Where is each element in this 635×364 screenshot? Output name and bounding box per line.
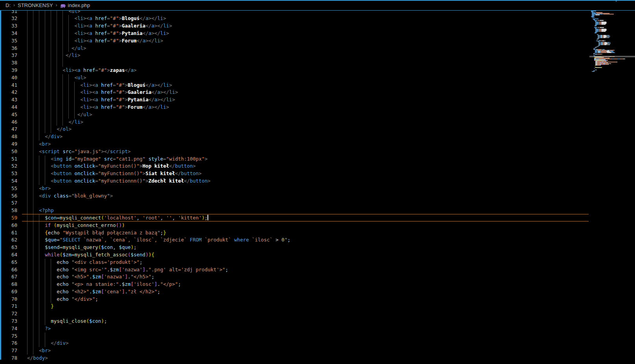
gutter-line-number: 73 — [0, 318, 17, 325]
gutter-line-number: 70 — [0, 296, 17, 303]
gutter-line-number: 35 — [0, 37, 17, 45]
indent-guide — [27, 59, 28, 67]
code-line[interactable]: 69 echo "<h2>".$zm['cena']."zł </h2>"; — [0, 288, 635, 296]
code-text: </ul> — [21, 111, 92, 119]
breadcrumb-folder[interactable]: STRONKENSY — [18, 2, 53, 8]
gutter-line-number: 56 — [0, 192, 17, 200]
gutter-line-number: 51 — [0, 155, 17, 163]
gutter-line-number: 52 — [0, 163, 17, 170]
breadcrumb-drive[interactable]: D: — [6, 2, 11, 8]
code-text: $send=mysqli_query($con, $que); — [21, 244, 137, 251]
code-text: echo "<div class='produkt'>"; — [21, 259, 143, 266]
code-line[interactable]: 74 ?> — [0, 325, 635, 333]
gutter-line-number: 41 — [0, 82, 17, 89]
code-text: $que="SELECT `nazwa`, `cena`, `ilosc`, `… — [21, 236, 290, 244]
code-text: <button onclick="myFunction()">Hop kiteł… — [21, 163, 196, 170]
gutter-line-number: 69 — [0, 288, 17, 296]
code-line[interactable]: 38 — [0, 59, 635, 67]
code-line[interactable]: 58 <?php — [0, 207, 635, 214]
code-line[interactable]: 56 <div class="blok_glowny"> — [0, 192, 635, 200]
vscode-editor-window: D: › STRONKENSY › index.php 31 <ul>32 <l… — [0, 0, 635, 364]
code-line[interactable]: 61 {echo "Wystąpił błąd połączenia z baz… — [0, 229, 635, 237]
code-line[interactable]: 59 $con=mysqli_connect('localhost', 'roo… — [0, 214, 635, 222]
code-line[interactable]: 48 </div> — [0, 133, 635, 141]
code-line[interactable]: 57 — [0, 199, 635, 207]
code-line[interactable]: 65 echo "<div class='produkt'>"; — [0, 259, 635, 266]
indent-guide — [39, 59, 39, 67]
gutter-line-number: 62 — [0, 236, 17, 244]
code-line[interactable]: 33 <li><a href="#">Gaaleria</a></li> — [0, 22, 635, 30]
code-text: echo "</div>"; — [21, 296, 98, 303]
gutter-line-number: 58 — [0, 207, 17, 214]
code-text: <li><a href="#">zapas</a> — [21, 67, 137, 74]
minimap-viewport-highlight — [589, 56, 635, 58]
code-text: echo "<h5>".$zm['nazwa']."</h5>"; — [21, 273, 154, 281]
code-text: </div> — [21, 133, 62, 141]
code-line[interactable]: 78 </body> — [0, 355, 635, 362]
code-line[interactable]: 47 </ol> — [0, 126, 635, 133]
code-text: } — [21, 303, 54, 310]
code-line[interactable]: 45 </ul> — [0, 111, 635, 119]
gutter-line-number: 36 — [0, 45, 17, 52]
code-line[interactable]: 76 </div> — [0, 340, 635, 347]
code-line[interactable]: 66 echo "<img src='".$zm['nazwa'].".png'… — [0, 266, 635, 274]
code-line[interactable]: 52 <button onclick="myFunction()">Hop ki… — [0, 163, 635, 170]
code-line[interactable]: 39 <li><a href="#">zapas</a> — [0, 67, 635, 74]
code-line[interactable]: 53 <button onclick="myFunctionn()">Siat … — [0, 170, 635, 177]
code-text: ?> — [21, 325, 51, 333]
code-text: <li><a href="#">Forum</a></li> — [21, 37, 163, 45]
indent-guide — [45, 333, 45, 340]
minimap[interactable] — [589, 11, 635, 246]
code-line[interactable]: 62 $que="SELECT `nazwa`, `cena`, `ilosc`… — [0, 236, 635, 244]
code-line[interactable]: 41 <li><a href="#">Bloguś</a></li> — [0, 82, 635, 89]
breadcrumb-file[interactable]: index.php — [68, 2, 90, 8]
gutter-line-number: 38 — [0, 59, 17, 67]
indent-guide — [45, 59, 45, 67]
code-text: <div class="blok_glowny"> — [21, 192, 113, 200]
code-line[interactable]: 63 $send=mysqli_query($con, $que); — [0, 244, 635, 251]
code-text: </li> — [21, 119, 83, 126]
gutter-line-number: 77 — [0, 347, 17, 355]
code-text: <script src="java.js"></script> — [21, 148, 130, 155]
code-text: $con=mysqli_connect('localhost', 'root',… — [21, 214, 208, 222]
gutter-line-number: 47 — [0, 126, 17, 133]
indent-guide — [27, 199, 28, 207]
breadcrumb-bar: D: › STRONKENSY › index.php — [0, 0, 635, 10]
code-line[interactable]: 49 <br> — [0, 141, 635, 148]
code-line[interactable]: 44 <li><a href="#">Forum</a></li> — [0, 104, 635, 111]
code-line[interactable]: 60 if (mysqli_connect_errno()) — [0, 222, 635, 229]
code-line[interactable]: 40 <ul> — [0, 74, 635, 82]
code-line[interactable]: 43 <li><a href="#">Pytania</a></li> — [0, 96, 635, 104]
code-line[interactable]: 73 mysqli_close($con); — [0, 318, 635, 325]
code-line[interactable]: 68 echo "<p> na stanie:".$zm['ilosc']."<… — [0, 281, 635, 288]
code-line[interactable]: 35 <li><a href="#">Forum</a></li> — [0, 37, 635, 45]
code-line[interactable]: 50 <script src="java.js"></script> — [0, 148, 635, 155]
gutter-line-number: 42 — [0, 89, 17, 96]
code-text: </div> — [21, 340, 68, 347]
code-line[interactable]: 51 <img id="myImage" src="cat1.png" styl… — [0, 155, 635, 163]
code-line[interactable]: 55 <br> — [0, 185, 635, 192]
code-line[interactable]: 67 echo "<h5>".$zm['nazwa']."</h5>"; — [0, 273, 635, 281]
top-right-accent-tick — [616, 0, 617, 2]
code-line[interactable]: 36 </ul> — [0, 45, 635, 52]
code-text: </body> — [21, 355, 48, 362]
code-line[interactable]: 75 — [0, 333, 635, 340]
code-line[interactable]: 64 while($zm=mysqli_fetch_assoc($send)){ — [0, 251, 635, 259]
code-lines: 31 <ul>32 <li><a href="#">Bloguś</a></li… — [0, 11, 635, 362]
code-line[interactable]: 72 — [0, 310, 635, 318]
gutter-line-number: 45 — [0, 111, 17, 119]
code-line[interactable]: 34 <li><a href="#">Pytania</a></li> — [0, 30, 635, 37]
code-line[interactable]: 70 echo "</div>"; — [0, 296, 635, 303]
code-line[interactable]: 42 <li><a href="#">Gaaleria</a></li> — [0, 89, 635, 96]
editor[interactable]: 31 <ul>32 <li><a href="#">Bloguś</a></li… — [0, 11, 635, 362]
code-line[interactable]: 46 </li> — [0, 119, 635, 126]
code-text: <br> — [21, 141, 51, 148]
code-text: echo "<h2>".$zm['cena']."zł </h2>"; — [21, 288, 160, 296]
code-line[interactable]: 54 <button onclick="myFunctionnn()">Zdec… — [0, 177, 635, 185]
code-text: <li><a href="#">Forum</a></li> — [21, 104, 169, 111]
code-line[interactable]: 31 <ul> — [0, 11, 635, 15]
code-line[interactable]: 71 } — [0, 303, 635, 310]
code-line[interactable]: 32 <li><a href="#">Bloguś</a></li> — [0, 15, 635, 22]
code-line[interactable]: 77 <br> — [0, 347, 635, 355]
code-line[interactable]: 37 </li> — [0, 52, 635, 59]
